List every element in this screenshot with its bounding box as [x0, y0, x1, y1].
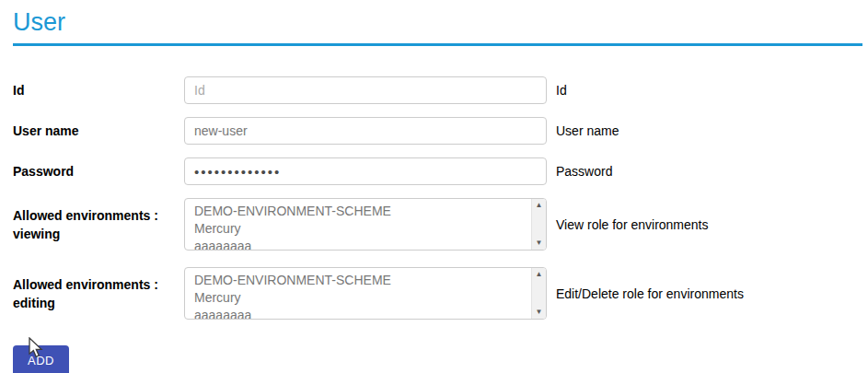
page-title: User	[13, 7, 862, 37]
username-hint-label: User name	[556, 123, 619, 138]
form-row-id: Id Id	[13, 76, 862, 104]
env-editing-label-line2: editing	[13, 294, 184, 312]
id-hint-label: Id	[556, 83, 567, 98]
option-mercury[interactable]: Mercury	[194, 289, 531, 307]
option-env-scheme[interactable]: DEMO-ENVIRONMENT-SCHEME	[194, 203, 531, 220]
env-editing-select[interactable]: DEMO-ENVIRONMENT-SCHEME Mercury aaaaaaaa…	[184, 267, 547, 320]
option-aaaaaaaa[interactable]: aaaaaaaa	[194, 307, 531, 319]
env-editing-scrollbar[interactable]: ▲ ▼	[531, 268, 546, 319]
scroll-down-icon[interactable]: ▼	[536, 239, 543, 247]
scroll-down-icon[interactable]: ▼	[536, 309, 543, 316]
scroll-up-icon[interactable]: ▲	[536, 271, 543, 278]
page-container: User Id Id User name User name Password …	[0, 0, 868, 373]
option-aaaaaaaa[interactable]: aaaaaaaa	[194, 238, 531, 250]
env-viewing-label-line1: Allowed environments :	[13, 206, 184, 225]
title-underline	[13, 43, 862, 46]
password-label: Password	[13, 162, 184, 181]
password-input[interactable]	[184, 157, 547, 185]
env-editing-hint-label: Edit/Delete role for environments	[556, 286, 744, 301]
password-hint-label: Password	[556, 164, 612, 179]
option-mercury[interactable]: Mercury	[194, 220, 531, 238]
username-input[interactable]	[184, 117, 547, 145]
form-row-env-editing: Allowed environments : editing DEMO-ENVI…	[13, 267, 862, 320]
env-editing-label: Allowed environments : editing	[13, 275, 184, 312]
option-env-scheme[interactable]: DEMO-ENVIRONMENT-SCHEME	[194, 272, 531, 289]
username-label: User name	[13, 122, 184, 140]
add-button[interactable]: ADD	[13, 345, 69, 373]
env-viewing-options: DEMO-ENVIRONMENT-SCHEME Mercury aaaaaaaa	[185, 199, 531, 250]
form-row-env-viewing: Allowed environments : viewing DEMO-ENVI…	[13, 198, 862, 251]
id-input[interactable]	[184, 76, 547, 104]
env-viewing-select[interactable]: DEMO-ENVIRONMENT-SCHEME Mercury aaaaaaaa…	[184, 198, 547, 251]
id-label: Id	[13, 81, 184, 99]
env-viewing-label-line2: viewing	[13, 225, 184, 243]
form-row-username: User name User name	[13, 117, 862, 145]
env-editing-label-line1: Allowed environments :	[13, 275, 184, 294]
user-form: Id Id User name User name Password Passw…	[13, 76, 862, 373]
env-viewing-scrollbar[interactable]: ▲ ▼	[531, 199, 546, 250]
env-viewing-label: Allowed environments : viewing	[13, 206, 184, 243]
form-row-password: Password Password	[13, 157, 862, 185]
env-editing-options: DEMO-ENVIRONMENT-SCHEME Mercury aaaaaaaa	[185, 268, 531, 319]
env-viewing-hint-label: View role for environments	[556, 217, 708, 232]
scroll-up-icon[interactable]: ▲	[536, 202, 543, 209]
